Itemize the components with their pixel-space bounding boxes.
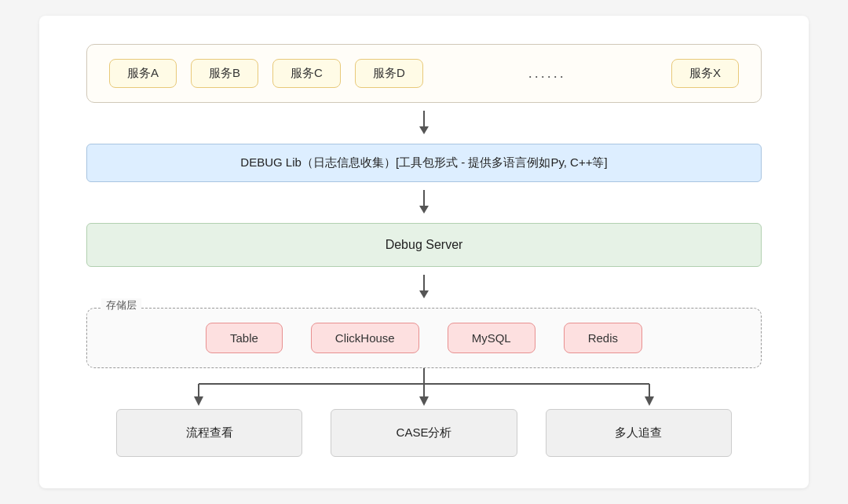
service-ellipsis: ...... xyxy=(437,65,657,82)
service-x: 服务X xyxy=(671,59,739,88)
arrow-1 xyxy=(86,111,762,136)
debug-lib-label: DEBUG Lib（日志信息收集）[工具包形式 - 提供多语言例如Py, C++… xyxy=(240,155,607,169)
service-c: 服务C xyxy=(272,59,341,88)
service-a: 服务A xyxy=(109,59,177,88)
bottom-duoren: 多人追查 xyxy=(546,409,732,457)
svg-marker-9 xyxy=(194,396,203,406)
storage-wrapper: 存储层 Table ClickHouse MySQL Redis xyxy=(86,308,762,368)
service-d: 服务D xyxy=(355,59,423,88)
bottom-liucheng: 流程查看 xyxy=(116,409,302,457)
storage-label: 存储层 xyxy=(101,298,141,312)
svg-marker-13 xyxy=(645,396,654,406)
arrow-3 xyxy=(86,275,762,300)
bottom-case: CASE分析 xyxy=(331,409,517,457)
services-wrapper: 服务A 服务B 服务C 服务D ...... 服务X xyxy=(86,44,762,103)
storage-table: Table xyxy=(206,323,283,353)
svg-marker-11 xyxy=(419,396,429,406)
bottom-section: 流程查看 CASE分析 多人追查 xyxy=(86,368,762,457)
storage-items: Table ClickHouse MySQL Redis xyxy=(109,323,739,353)
debug-server-box: Debug Server xyxy=(86,223,762,267)
debug-lib-box: DEBUG Lib（日志信息收集）[工具包形式 - 提供多语言例如Py, C++… xyxy=(86,144,762,182)
bottom-boxes-row: 流程查看 CASE分析 多人追查 xyxy=(86,409,762,457)
service-b: 服务B xyxy=(191,59,258,88)
svg-marker-5 xyxy=(419,290,429,298)
debug-server-label: Debug Server xyxy=(386,238,463,251)
branch-arrows-svg xyxy=(86,368,762,409)
storage-clickhouse: ClickHouse xyxy=(311,323,419,353)
svg-marker-3 xyxy=(419,206,429,214)
arrow-2 xyxy=(86,190,762,215)
storage-redis: Redis xyxy=(564,323,642,353)
svg-marker-1 xyxy=(419,126,429,134)
diagram-container: 服务A 服务B 服务C 服务D ...... 服务X DEBUG Lib（日志信… xyxy=(39,16,809,488)
storage-mysql: MySQL xyxy=(448,323,535,353)
